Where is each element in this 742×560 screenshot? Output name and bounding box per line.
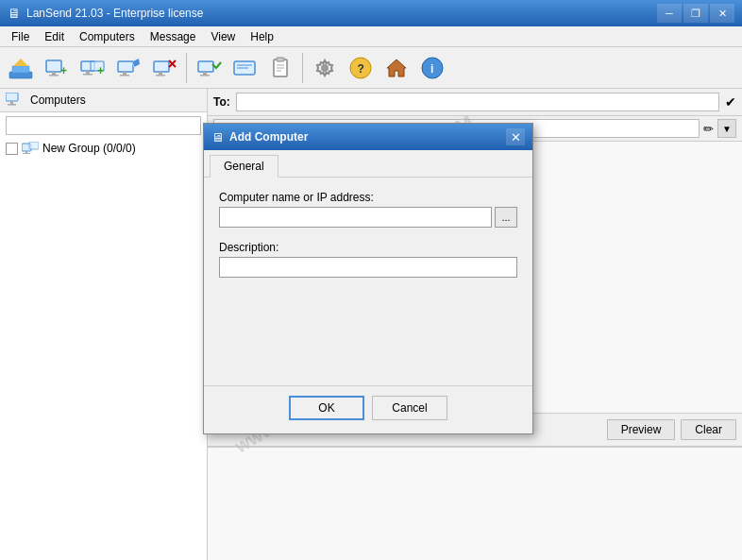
toolbar-send-btn[interactable] <box>4 51 38 85</box>
group-icon <box>22 142 39 155</box>
toolbar-home-btn[interactable] <box>379 51 413 85</box>
toolbar-add-group-btn[interactable]: + <box>76 51 110 85</box>
subject-edit-icon[interactable]: ✏ <box>703 122 714 136</box>
cancel-button[interactable]: Cancel <box>372 396 447 420</box>
svg-marker-15 <box>133 59 140 67</box>
toolbar-separator-1 <box>186 53 187 83</box>
toolbar-check-btn[interactable] <box>192 51 226 85</box>
toolbar-add-computer-btn[interactable]: + <box>40 51 74 85</box>
app-title: LanSend 21.03 - Enterprise license <box>26 7 657 20</box>
group-checkbox[interactable] <box>6 143 18 155</box>
dialog-footer: OK Cancel <box>204 385 532 433</box>
svg-rect-23 <box>203 72 207 75</box>
svg-rect-41 <box>8 104 16 106</box>
svg-point-33 <box>321 64 329 72</box>
dialog-content: Computer name or IP address: ... Descrip… <box>204 178 532 385</box>
window-controls: ─ ❐ ✕ <box>657 4 734 23</box>
menu-help[interactable]: Help <box>243 28 281 45</box>
svg-rect-13 <box>123 72 126 75</box>
svg-rect-29 <box>277 58 284 61</box>
svg-rect-4 <box>52 72 56 75</box>
dialog-title-icon: 🖥 <box>211 130 224 144</box>
description-input[interactable] <box>219 257 517 278</box>
menu-edit[interactable]: Edit <box>37 28 72 45</box>
app-icon: 🖥 <box>8 6 21 21</box>
toolbar-delete-btn[interactable] <box>147 51 181 85</box>
add-computer-dialog: 🖥 Add Computer ✕ General Computer name o… <box>203 123 533 434</box>
svg-text:?: ? <box>358 62 364 76</box>
panel-header: Computers <box>0 89 207 112</box>
menu-bar: File Edit Computers Message View Help <box>0 26 742 47</box>
toolbar-info-btn[interactable]: i <box>415 51 449 85</box>
to-check-icon[interactable]: ✔ <box>725 94 736 110</box>
menu-message[interactable]: Message <box>143 28 204 45</box>
dialog-close-button[interactable]: ✕ <box>506 128 525 145</box>
minimize-button[interactable]: ─ <box>657 4 682 23</box>
panel-header-label: Computers <box>30 93 86 107</box>
ok-button[interactable]: OK <box>289 396 364 420</box>
svg-marker-2 <box>13 59 28 66</box>
svg-rect-40 <box>10 101 13 104</box>
description-label: Description: <box>219 241 517 254</box>
svg-rect-5 <box>49 75 59 76</box>
menu-file[interactable]: File <box>4 28 37 45</box>
svg-rect-3 <box>46 60 61 72</box>
dialog-title-text: Add Computer <box>229 130 506 144</box>
svg-rect-18 <box>159 72 162 75</box>
toolbar-separator-2 <box>302 53 303 83</box>
close-button[interactable]: ✕ <box>710 4 734 23</box>
svg-rect-43 <box>25 151 27 153</box>
svg-rect-8 <box>86 71 90 74</box>
svg-rect-45 <box>29 142 39 149</box>
preview-button[interactable]: Preview <box>607 419 676 440</box>
group-label: New Group (0/0/0) <box>42 142 136 155</box>
title-bar: 🖥 LanSend 21.03 - Enterprise license ─ ❐… <box>0 0 742 26</box>
toolbar-edit-btn[interactable] <box>111 51 145 85</box>
svg-text:+: + <box>60 64 67 77</box>
computers-icon <box>6 93 25 108</box>
svg-rect-24 <box>200 75 210 76</box>
computer-name-label: Computer name or IP address: <box>219 191 517 204</box>
restore-button[interactable]: ❐ <box>683 4 708 23</box>
toolbar-help-btn[interactable]: ? <box>344 51 378 85</box>
to-label: To: <box>213 95 230 109</box>
toolbar-clipboard-btn[interactable] <box>263 51 297 85</box>
menu-computers[interactable]: Computers <box>72 28 143 45</box>
toolbar: + + ? i <box>0 47 742 89</box>
svg-text:i: i <box>430 62 433 76</box>
tab-general[interactable]: General <box>210 155 278 178</box>
svg-text:+: + <box>97 64 104 77</box>
svg-rect-44 <box>23 153 30 154</box>
svg-rect-12 <box>118 61 133 72</box>
computer-search-input[interactable] <box>6 116 201 135</box>
svg-rect-14 <box>120 75 129 76</box>
bottom-area <box>208 447 742 560</box>
browse-button[interactable]: ... <box>495 207 517 228</box>
description-row <box>219 257 517 278</box>
left-panel: Computers New Group (0/0/0) <box>0 89 208 560</box>
clear-button[interactable]: Clear <box>681 419 736 440</box>
svg-rect-22 <box>198 61 213 72</box>
to-input[interactable] <box>236 93 719 111</box>
to-bar: To: ✔ <box>208 89 742 116</box>
svg-rect-9 <box>83 74 93 76</box>
svg-marker-36 <box>387 59 406 76</box>
menu-view[interactable]: View <box>203 28 243 45</box>
subject-dropdown[interactable]: ▼ <box>717 119 736 138</box>
svg-rect-39 <box>6 93 18 101</box>
computer-name-row: ... <box>219 207 517 228</box>
svg-rect-1 <box>12 66 29 73</box>
group-list-item[interactable]: New Group (0/0/0) <box>0 139 207 158</box>
toolbar-message-btn[interactable] <box>228 51 261 85</box>
svg-rect-17 <box>154 61 169 72</box>
dialog-tabs: General <box>204 150 532 178</box>
computer-name-input[interactable] <box>219 207 492 228</box>
svg-rect-19 <box>156 75 165 76</box>
toolbar-settings-btn[interactable] <box>308 51 342 85</box>
dialog-title-bar: 🖥 Add Computer ✕ <box>204 124 532 150</box>
